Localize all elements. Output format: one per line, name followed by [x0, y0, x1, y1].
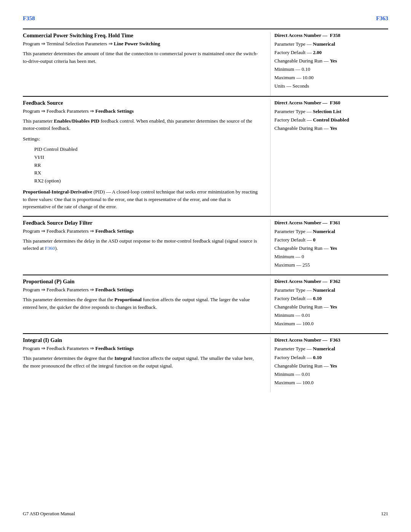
breadcrumb-arrow2: ⇒	[108, 41, 114, 46]
section-f360-settings-list: PID Control Disabled VI/II RR RX RX2 (op…	[34, 145, 259, 185]
breadcrumb-plain: Program	[23, 108, 40, 114]
section-f360-settings-label: Settings:	[23, 135, 259, 143]
f360-direct-access: Direct Access Number — F360	[274, 100, 388, 106]
footer-right: 121	[381, 511, 388, 517]
breadcrumb-mid: Feedback Parameters	[46, 345, 89, 351]
breadcrumb-bold: Feedback Settings	[96, 287, 134, 292]
breadcrumb-arrow: ⇒	[41, 228, 46, 234]
section-f358-breadcrumb: Program ⇒ Terminal Selection Parameters …	[23, 41, 259, 47]
f361-maximum: Maximum — 255	[274, 261, 388, 269]
section-f363-body: This parameter determines the degree tha…	[23, 355, 259, 369]
header-left: F358	[23, 15, 35, 22]
breadcrumb-mid: Feedback Parameters	[46, 108, 89, 114]
f358-units: Units — Seconds	[274, 82, 388, 90]
f362-changeable: Changeable During Run — Yes	[274, 303, 388, 311]
section-f361-title: Feedback Source Delay Filter	[23, 220, 259, 226]
section-f363-left: Integral (I) Gain Program ⇒ Feedback Par…	[23, 337, 270, 392]
breadcrumb-arrow2: ⇒	[90, 287, 95, 292]
section-f358-right: Direct Access Number — F358 Parameter Ty…	[270, 32, 388, 96]
section-f360-pid-def: Proportional-Integral-Derivative (PID) —…	[23, 188, 259, 211]
section-f361: Feedback Source Delay Filter Program ⇒ F…	[23, 216, 388, 275]
breadcrumb-mid: Terminal Selection Parameters	[46, 41, 107, 46]
list-item: PID Control Disabled	[34, 145, 259, 153]
breadcrumb-arrow2: ⇒	[90, 228, 95, 234]
breadcrumb-arrow: ⇒	[41, 287, 46, 292]
f360-changeable: Changeable During Run — Yes	[274, 124, 388, 133]
list-item: RX2 (option)	[34, 177, 259, 185]
f363-minimum: Minimum — 0.01	[274, 370, 388, 379]
breadcrumb-plain: Program	[23, 228, 40, 234]
section-f358-left: Commercial Power Switching Freq. Hold Ti…	[23, 32, 270, 96]
section-f360-title: Feedback Source	[23, 100, 259, 106]
f361-factory-default: Factory Default — 0	[274, 236, 388, 244]
section-f360-right: Direct Access Number — F360 Parameter Ty…	[270, 100, 388, 216]
breadcrumb-bold: Feedback Settings	[96, 108, 134, 114]
page: F358 F363 Commercial Power Switching Fre…	[0, 0, 411, 532]
breadcrumb-plain: Program	[23, 287, 40, 292]
section-f358: Commercial Power Switching Freq. Hold Ti…	[23, 29, 388, 96]
section-f358-title: Commercial Power Switching Freq. Hold Ti…	[23, 32, 259, 39]
section-f360-left: Feedback Source Program ⇒ Feedback Param…	[23, 100, 270, 216]
f362-param-type: Parameter Type — Numerical	[274, 286, 388, 294]
breadcrumb-arrow: ⇒	[41, 41, 46, 46]
section-f362-breadcrumb: Program ⇒ Feedback Parameters ⇒ Feedback…	[23, 287, 259, 293]
breadcrumb-bold: Line Power Switching	[114, 41, 160, 46]
list-item: RR	[34, 161, 259, 169]
section-f362-right: Direct Access Number — F362 Parameter Ty…	[270, 278, 388, 333]
section-f363-right: Direct Access Number — F363 Parameter Ty…	[270, 337, 388, 392]
f363-factory-default: Factory Default — 0.10	[274, 353, 388, 362]
breadcrumb-arrow: ⇒	[41, 108, 46, 114]
breadcrumb-plain: Program	[23, 345, 40, 351]
section-f360-body: This parameter Enables/Disables PID feed…	[23, 117, 259, 132]
list-item: VI/II	[34, 153, 259, 161]
header-right: F363	[376, 15, 388, 22]
section-f363-breadcrumb: Program ⇒ Feedback Parameters ⇒ Feedback…	[23, 345, 259, 351]
section-f360-breadcrumb: Program ⇒ Feedback Parameters ⇒ Feedback…	[23, 108, 259, 114]
breadcrumb-bold: Feedback Settings	[96, 345, 134, 351]
section-f362-title: Proportional (P) Gain	[23, 278, 259, 285]
section-f363-title: Integral (I) Gain	[23, 337, 259, 343]
f358-param-type: Parameter Type — Numerical	[274, 40, 388, 48]
breadcrumb-mid: Feedback Parameters	[46, 228, 89, 234]
breadcrumb-arrow2: ⇒	[90, 345, 95, 351]
breadcrumb-arrow: ⇒	[41, 345, 46, 351]
f361-param-type: Parameter Type — Numerical	[274, 227, 388, 236]
list-item: RX	[34, 169, 259, 177]
breadcrumb-bold: Feedback Settings	[96, 228, 134, 234]
f358-factory-default: Factory Default — 2.00	[274, 48, 388, 57]
f362-direct-access: Direct Access Number — F362	[274, 278, 388, 284]
breadcrumb-arrow2: ⇒	[90, 108, 95, 114]
section-f363: Integral (I) Gain Program ⇒ Feedback Par…	[23, 333, 388, 392]
f362-minimum: Minimum — 0.01	[274, 311, 388, 320]
page-header: F358 F363	[23, 15, 388, 22]
f361-direct-access: Direct Access Number — F361	[274, 220, 388, 226]
f358-changeable: Changeable During Run — Yes	[274, 57, 388, 65]
footer-left: G7 ASD Operation Manual	[23, 511, 75, 517]
f362-maximum: Maximum — 100.0	[274, 320, 388, 328]
section-f360: Feedback Source Program ⇒ Feedback Param…	[23, 96, 388, 216]
f363-direct-access: Direct Access Number — F363	[274, 337, 388, 343]
page-footer: G7 ASD Operation Manual 121	[23, 511, 388, 517]
section-f362-body: This parameter determines the degree tha…	[23, 296, 259, 311]
f358-maximum: Maximum — 10.00	[274, 73, 388, 82]
breadcrumb-plain: Program	[23, 41, 40, 46]
f358-direct-access: Direct Access Number — F358	[274, 32, 388, 38]
section-f361-body: This parameter determines the delay in t…	[23, 237, 259, 252]
f361-minimum: Minimum — 0	[274, 252, 388, 261]
section-f358-body: This parameter determines the amount of …	[23, 50, 259, 65]
f363-changeable: Changeable During Run — Yes	[274, 362, 388, 370]
section-f361-left: Feedback Source Delay Filter Program ⇒ F…	[23, 220, 270, 275]
section-f362: Proportional (P) Gain Program ⇒ Feedback…	[23, 275, 388, 333]
f360-link[interactable]: F360	[45, 245, 55, 251]
section-f361-breadcrumb: Program ⇒ Feedback Parameters ⇒ Feedback…	[23, 228, 259, 234]
f360-factory-default: Factory Default — Control Disabled	[274, 116, 388, 124]
section-f361-right: Direct Access Number — F361 Parameter Ty…	[270, 220, 388, 275]
f360-param-type: Parameter Type — Selection List	[274, 107, 388, 116]
breadcrumb-mid: Feedback Parameters	[46, 287, 89, 292]
section-f362-left: Proportional (P) Gain Program ⇒ Feedback…	[23, 278, 270, 333]
f358-minimum: Minimum — 0.10	[274, 65, 388, 73]
f363-maximum: Maximum — 100.0	[274, 379, 388, 387]
f362-factory-default: Factory Default — 0.10	[274, 294, 388, 303]
f363-param-type: Parameter Type — Numerical	[274, 345, 388, 353]
f361-changeable: Changeable During Run — Yes	[274, 244, 388, 252]
